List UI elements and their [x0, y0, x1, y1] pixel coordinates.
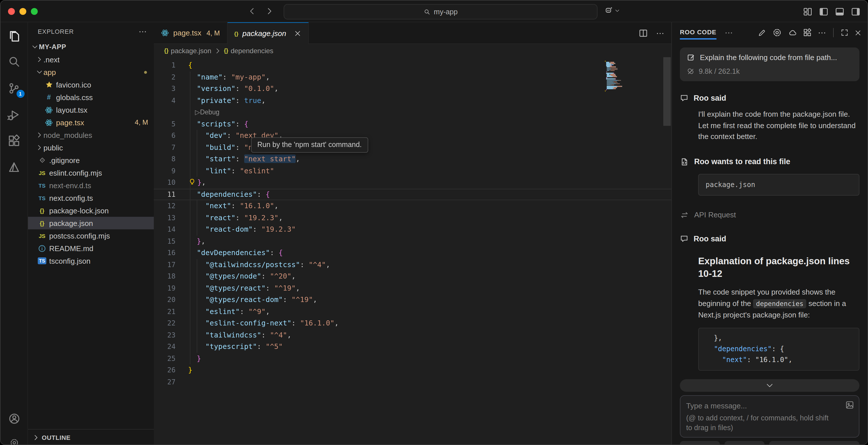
roo-settings-icon[interactable]: [772, 27, 782, 38]
tree-item-package-lock-json[interactable]: {}package-lock.json: [28, 204, 154, 217]
code-line-19[interactable]: 19 "@types/react": "^19",: [154, 282, 671, 294]
code-line-8[interactable]: 8 "start": "next start",: [154, 153, 671, 165]
split-editor-icon[interactable]: [639, 29, 648, 38]
extensions-icon[interactable]: [6, 133, 22, 149]
api-request-row[interactable]: API Request: [680, 210, 860, 219]
tree-item-globals-css[interactable]: #globals.css: [28, 91, 154, 103]
tree-item-app[interactable]: app: [28, 66, 154, 78]
close-tab-icon[interactable]: [293, 30, 301, 37]
code-line-12[interactable]: 12 "next": "16.1.0",: [154, 200, 671, 212]
more-actions-icon[interactable]: [818, 28, 826, 37]
code-line-2[interactable]: 2 "name": "my-app",: [154, 71, 671, 83]
panel-title[interactable]: ROO CODE: [680, 28, 716, 37]
scroll-to-bottom-button[interactable]: [680, 379, 860, 392]
customize-layout-icon[interactable]: [803, 7, 812, 16]
code-line-1[interactable]: 1{: [154, 59, 671, 71]
cloud-icon[interactable]: [788, 28, 797, 37]
code-line-25[interactable]: 25 }: [154, 353, 671, 364]
tab-page-tsx[interactable]: page.tsx 4, M: [154, 22, 227, 43]
panel-tabs-overflow-icon[interactable]: [724, 28, 733, 37]
copilot-icon[interactable]: [604, 6, 614, 15]
roo-code-activity-icon[interactable]: [6, 159, 22, 175]
close-window-button[interactable]: [8, 8, 15, 14]
tree-item-next-config-ts[interactable]: TSnext.config.ts: [28, 191, 154, 204]
tree-item-public[interactable]: public: [28, 141, 154, 154]
add-image-icon[interactable]: [845, 400, 854, 410]
tree-item-readme-md[interactable]: README.md: [28, 242, 154, 255]
code-line-15[interactable]: 15 },: [154, 235, 671, 247]
code-line-16[interactable]: 16 "devDependencies": {: [154, 247, 671, 259]
code-line-9[interactable]: 9 "lint": "eslint": [154, 165, 671, 177]
code-line-14[interactable]: 14 "react-dom": "19.2.3": [154, 224, 671, 235]
code-line-10[interactable]: 10},: [154, 177, 671, 188]
close-panel-icon[interactable]: [854, 29, 862, 36]
settings-gear-icon[interactable]: [6, 435, 22, 445]
code-line-7[interactable]: 7 "build": "next build",: [154, 142, 671, 153]
toggle-primary-sidebar-icon[interactable]: [819, 7, 829, 16]
outline-label: OUTLINE: [42, 434, 71, 441]
codelens-debug[interactable]: ▷Debug: [154, 107, 671, 118]
clipped-control[interactable]: [769, 441, 860, 445]
breadcrumb[interactable]: {} package.json {} dependencies: [154, 44, 671, 57]
code-line-4[interactable]: 4 "private": true,: [154, 95, 671, 107]
maximize-window-button[interactable]: [31, 8, 38, 14]
code-line-27[interactable]: 27: [154, 376, 671, 388]
code-line-11[interactable]: 11 "dependencies": {: [154, 188, 671, 200]
chevron-down-icon[interactable]: [615, 8, 620, 13]
tree-item--gitignore[interactable]: .gitignore: [28, 154, 154, 167]
outline-section[interactable]: OUTLINE: [28, 429, 154, 445]
tree-item-favicon-ico[interactable]: favicon.ico: [28, 78, 154, 91]
new-task-icon[interactable]: [757, 28, 766, 37]
tree-item-package-json[interactable]: {}package.json: [28, 217, 154, 229]
tree-item-page-tsx[interactable]: page.tsx4, M: [28, 116, 154, 129]
minimap[interactable]: [605, 61, 629, 93]
editor-more-actions-icon[interactable]: [656, 29, 664, 37]
code-line-22[interactable]: 22 "eslint-config-next": "16.1.0",: [154, 318, 671, 329]
code-line-6[interactable]: 6 "dev": "next dev",: [154, 130, 671, 142]
code-line-26[interactable]: 26}: [154, 364, 671, 376]
tree-item-next-env-d-ts[interactable]: TSnext-env.d.ts: [28, 179, 154, 191]
forward-icon[interactable]: [265, 7, 274, 16]
hover-tooltip: Run by the 'npm start' command.: [251, 137, 368, 153]
line-number: 13: [154, 214, 184, 222]
clipped-control[interactable]: [724, 441, 765, 445]
accounts-icon[interactable]: [6, 411, 22, 427]
search-sidebar-icon[interactable]: [6, 54, 22, 70]
explorer-icon[interactable]: [6, 27, 22, 43]
code-line-3[interactable]: 3 "version": "0.1.0",: [154, 83, 671, 95]
minimize-window-button[interactable]: [20, 8, 26, 14]
tab-package-json[interactable]: {} package.json: [227, 22, 309, 44]
tree-item-layout-tsx[interactable]: layout.tsx: [28, 103, 154, 116]
code-line-21[interactable]: 21 "eslint": "^9",: [154, 306, 671, 318]
task-card[interactable]: Explain the following code from file pat…: [680, 48, 860, 81]
tree-item-label: .next: [43, 55, 59, 64]
source-control-icon[interactable]: 1: [6, 80, 22, 96]
code-line-20[interactable]: 20 "@types/react-dom": "^19",: [154, 294, 671, 306]
code-line-18[interactable]: 18 "@types/node": "^20",: [154, 271, 671, 282]
command-center-search[interactable]: my-app: [284, 4, 597, 20]
marketplace-icon[interactable]: [803, 28, 812, 37]
explorer-more-actions-icon[interactable]: [138, 27, 147, 36]
code-editor[interactable]: 1{2 "name": "my-app",3 "version": "0.1.0…: [154, 57, 671, 445]
tree-item-postcss-config-mjs[interactable]: JSpostcss.config.mjs: [28, 229, 154, 242]
back-icon[interactable]: [248, 7, 256, 16]
run-debug-icon[interactable]: [6, 107, 22, 122]
chat-input[interactable]: Type a message... (@ to add context, / f…: [680, 395, 860, 438]
tree-item--next[interactable]: .next: [28, 53, 154, 66]
tree-item-eslint-config-mjs[interactable]: JSeslint.config.mjs: [28, 167, 154, 179]
code-line-13[interactable]: 13 "react": "19.2.3",: [154, 212, 671, 224]
toggle-panel-icon[interactable]: [835, 7, 844, 16]
tree-item-my-app[interactable]: MY-APP: [28, 40, 154, 53]
editor-scrollbar[interactable]: [663, 57, 671, 126]
code-line-17[interactable]: 17 "@tailwindcss/postcss": "^4",: [154, 259, 671, 271]
code-line-24[interactable]: 24 "typescript": "^5": [154, 341, 671, 353]
file-chip[interactable]: package.json: [698, 174, 860, 195]
expand-panel-icon[interactable]: [841, 29, 848, 37]
lightbulb-icon[interactable]: [188, 178, 196, 186]
clipped-control[interactable]: [680, 441, 720, 445]
tree-item-node-modules[interactable]: node_modules: [28, 129, 154, 141]
tree-item-tsconfig-json[interactable]: TStsconfig.json: [28, 255, 154, 267]
toggle-secondary-sidebar-icon[interactable]: [851, 7, 861, 16]
code-line-23[interactable]: 23 "tailwindcss": "^4",: [154, 329, 671, 341]
code-line-5[interactable]: 5 "scripts": {: [154, 118, 671, 130]
